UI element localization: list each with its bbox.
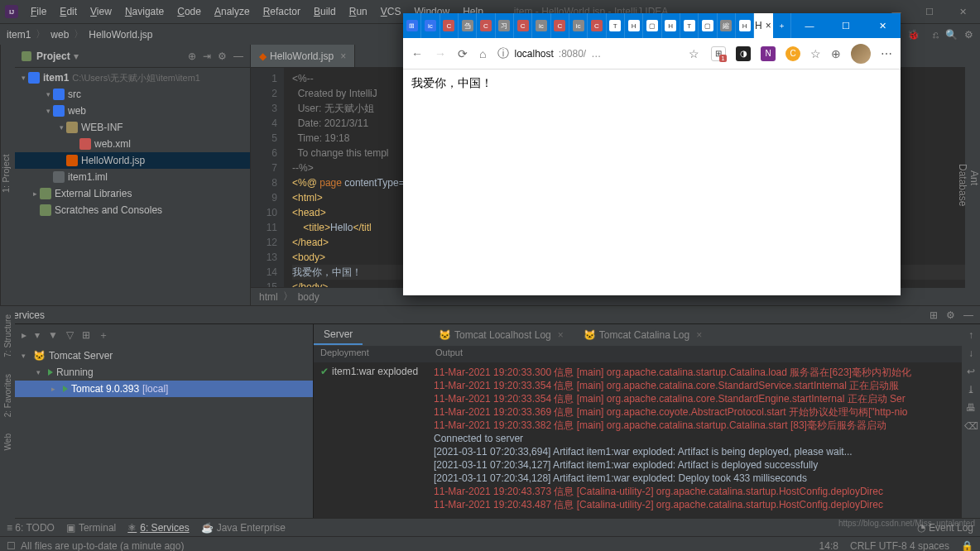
gear-icon[interactable]: ⚙ <box>218 50 227 62</box>
address-bar[interactable]: ⓘ localhost:8080/… <box>497 46 677 61</box>
terminal-tab[interactable]: ▣Terminal <box>66 522 116 534</box>
hide-icon[interactable]: — <box>963 309 973 321</box>
tree-item[interactable]: HelloWorld.jsp <box>15 152 250 169</box>
scroll-icon[interactable]: ⤓ <box>967 384 975 395</box>
browser-tab[interactable]: 刍 <box>459 13 477 38</box>
new-tab-button[interactable]: ＋ <box>773 13 791 38</box>
menu-file[interactable]: File <box>25 3 52 20</box>
grid-icon[interactable]: ⊞ <box>82 329 90 341</box>
browser-tab[interactable]: ⊞ <box>403 13 421 38</box>
tree-item[interactable]: item1.iml <box>15 169 250 185</box>
menu-icon[interactable]: ⋯ <box>881 47 892 60</box>
browser-tab[interactable]: H <box>736 13 754 38</box>
crumb[interactable]: body <box>298 291 319 303</box>
browser-tab[interactable]: T <box>680 13 699 38</box>
browser-tab[interactable]: ic <box>569 13 588 38</box>
hide-icon[interactable]: — <box>233 50 243 62</box>
menu-edit[interactable]: Edit <box>54 3 83 20</box>
java-ee-tab[interactable]: ☕Java Enterprise <box>201 522 286 534</box>
crumb-folder[interactable]: web <box>50 29 69 41</box>
close-tab-icon[interactable]: × <box>340 50 346 62</box>
browser-tab[interactable]: C <box>551 13 569 38</box>
project-title[interactable]: Project <box>36 50 70 62</box>
menu-build[interactable]: Build <box>308 3 342 20</box>
menu-analyze[interactable]: Analyze <box>209 3 256 20</box>
favorites-bar-icon[interactable]: ☆ <box>810 47 821 60</box>
ext-icon[interactable]: N <box>761 46 776 61</box>
browser-tab[interactable]: H <box>662 13 680 38</box>
log-tab[interactable]: 🐱 Tomcat Catalina Log × <box>574 326 712 344</box>
expand-icon[interactable]: ▸ <box>22 329 26 341</box>
output-body[interactable]: 11-Mar-2021 19:20:33.300 信息 [main] org.a… <box>429 362 962 518</box>
dropdown-icon[interactable]: ▾ <box>74 50 79 62</box>
menu-refactor[interactable]: Refactor <box>257 3 306 20</box>
log-tab[interactable]: 🐱 Tomcat Localhost Log × <box>429 326 574 344</box>
browser-tab[interactable]: 縮 <box>718 13 736 38</box>
down-icon[interactable]: ↓ <box>968 347 973 359</box>
tree-item[interactable]: Scratches and Consoles <box>15 202 250 218</box>
service-item[interactable]: ▾Running <box>15 364 313 381</box>
refresh-icon[interactable]: ⟳ <box>458 47 468 60</box>
debug-button[interactable]: 🐞 <box>907 29 920 41</box>
todo-tab[interactable]: ≡ 6: TODO <box>7 522 55 534</box>
back-icon[interactable]: ← <box>411 47 423 60</box>
gear-icon[interactable]: ⚙ <box>946 309 955 321</box>
forward-icon[interactable]: → <box>435 47 446 60</box>
tree-item[interactable]: ▾src <box>15 86 250 103</box>
deployment-item[interactable]: ✔ item1:war exploded <box>314 362 429 381</box>
browser-tab[interactable]: 习 <box>496 13 514 38</box>
web-tool[interactable]: Web <box>3 434 12 450</box>
editor-tab[interactable]: ◆ HelloWorld.jsp × <box>251 45 355 67</box>
menu-run[interactable]: Run <box>343 3 373 20</box>
tree-item[interactable]: ▸External Libraries <box>15 185 250 202</box>
collections-icon[interactable]: ⊕ <box>831 47 841 60</box>
home-icon[interactable]: ⌂ <box>479 47 486 60</box>
settings-icon[interactable]: ⚙ <box>964 29 973 41</box>
service-item[interactable]: ▸Tomcat 9.0.393 [local] <box>15 381 313 397</box>
favorites-tool[interactable]: 2: Favorites <box>3 374 12 417</box>
layout-icon[interactable]: ⊞ <box>930 309 938 321</box>
profile-avatar[interactable] <box>851 44 871 64</box>
filter-icon[interactable]: ▼ <box>48 329 58 341</box>
clear-icon[interactable]: ⌫ <box>964 420 978 432</box>
ext-icon[interactable]: C <box>785 46 800 61</box>
tree-item[interactable]: ▾WEB-INF <box>15 119 250 136</box>
collapse-icon[interactable]: ⇥ <box>203 50 211 62</box>
wrap-icon[interactable]: ↩ <box>967 366 975 377</box>
favorite-icon[interactable]: ☆ <box>689 47 699 60</box>
browser-tab[interactable]: T <box>607 13 625 38</box>
browser-tab[interactable]: ▢ <box>699 13 717 38</box>
filter2-icon[interactable]: ▽ <box>66 329 74 341</box>
menu-navigate[interactable]: Navigate <box>119 3 170 20</box>
browser-tab[interactable]: C <box>477 13 495 38</box>
git-icon[interactable]: ⎌ <box>933 29 939 41</box>
maximize-button[interactable]: ☐ <box>917 7 942 17</box>
close-button[interactable]: ✕ <box>950 7 975 17</box>
browser-tab[interactable]: C <box>440 13 459 38</box>
menu-vcs[interactable]: VCS <box>375 3 407 20</box>
crumb-project[interactable]: item1 <box>7 29 31 41</box>
lock-icon[interactable]: 🔒 <box>961 540 973 552</box>
tree-item[interactable]: web.xml <box>15 136 250 152</box>
caret-position[interactable]: 14:8 <box>819 540 838 552</box>
collapse-icon[interactable]: ▾ <box>35 329 40 341</box>
browser-tab[interactable]: ▢ <box>643 13 661 38</box>
menu-code[interactable]: Code <box>171 3 207 20</box>
print-icon[interactable]: 🖶 <box>966 402 976 414</box>
server-tab[interactable]: Server <box>314 325 363 345</box>
service-item[interactable]: ▾🐱Tomcat Server <box>15 347 313 364</box>
services-tab[interactable]: ⚛6: Services <box>127 522 189 534</box>
select-opened-icon[interactable]: ⊕ <box>188 50 196 62</box>
browser-tab[interactable]: C <box>588 13 606 38</box>
left-tool-strip[interactable]: 1: Project <box>0 45 15 305</box>
browser-tab[interactable]: C <box>514 13 532 38</box>
browser-tab[interactable]: ic <box>421 13 440 38</box>
ext-icon[interactable]: ◑ <box>736 46 751 61</box>
crumb-file[interactable]: HelloWorld.jsp <box>89 29 152 41</box>
tree-root[interactable]: ▾ item1 C:\Users\无天赋小姐\item\item1 <box>15 69 250 86</box>
browser-tab[interactable]: H <box>625 13 643 38</box>
browser-tab-active[interactable]: H × <box>754 13 772 38</box>
close-button[interactable]: ✕ <box>864 13 901 38</box>
maximize-button[interactable]: ☐ <box>828 13 864 38</box>
search-icon[interactable]: 🔍 <box>945 29 958 41</box>
